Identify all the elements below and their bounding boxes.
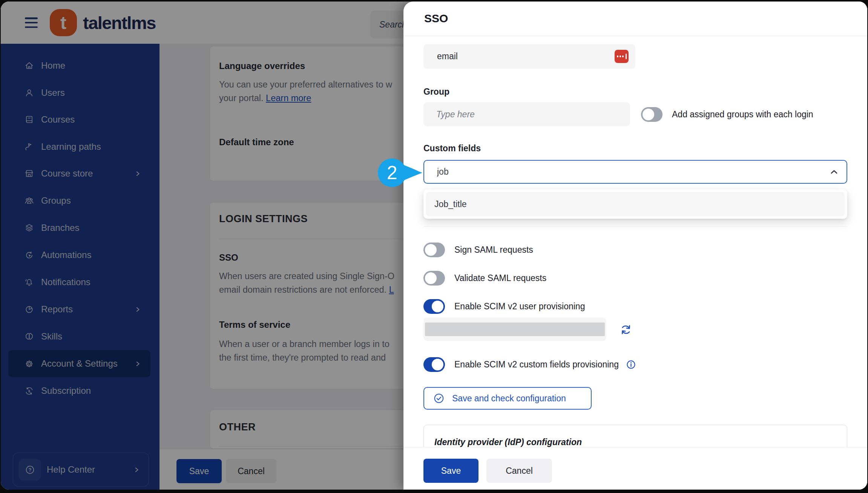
scim-token-field (423, 318, 606, 341)
scim-token-redacted-value (425, 323, 605, 336)
button-label: Save and check configuration (452, 393, 566, 404)
divider (403, 36, 867, 36)
info-icon[interactable] (626, 359, 636, 370)
scim-user-provisioning-toggle[interactable] (423, 299, 445, 314)
add-groups-toggle[interactable] (641, 107, 663, 122)
toggle-label: Add assigned groups with each login (672, 109, 813, 120)
group-input[interactable] (423, 102, 630, 126)
panel-title: SSO (424, 12, 448, 25)
dropdown-option-job-title[interactable]: Job_title (426, 192, 845, 216)
refresh-token-icon[interactable] (619, 323, 633, 336)
panel-cancel-button[interactable]: Cancel (486, 459, 552, 483)
chevron-up-icon[interactable] (829, 167, 839, 177)
toggle-label: Sign SAML requests (454, 245, 533, 255)
toggle-label: Validate SAML requests (454, 273, 546, 283)
scim-custom-fields-toggle[interactable] (423, 357, 445, 372)
password-manager-icon[interactable] (615, 50, 629, 63)
custom-fields-dropdown: Job_title (423, 189, 847, 219)
sign-saml-toggle[interactable] (423, 243, 445, 257)
custom-fields-combobox (423, 160, 847, 184)
email-attribute-field[interactable]: email (423, 44, 635, 69)
toggle-row: Enable SCIM v2 custom fields provisionin… (423, 357, 636, 372)
email-field-value: email (437, 51, 458, 61)
app-window: t talentlms Search Home Users Courses (1, 2, 867, 490)
panel-footer: Save Cancel (403, 447, 867, 490)
sso-panel: SSO email Group Add assigned groups with… (403, 2, 867, 490)
validate-saml-toggle[interactable] (423, 271, 445, 286)
toggle-row: Enable SCIM v2 user provisioning (423, 299, 585, 314)
group-label: Group (423, 87, 449, 97)
custom-fields-label: Custom fields (423, 143, 481, 154)
toggle-row: Sign SAML requests (423, 243, 533, 257)
panel-save-button[interactable]: Save (423, 459, 478, 483)
annotation-number: 2 (387, 162, 397, 183)
group-toggle-row: Add assigned groups with each login (641, 107, 813, 122)
toggle-label: Enable SCIM v2 custom fields provisionin… (454, 359, 619, 370)
toggle-label: Enable SCIM v2 user provisioning (454, 301, 585, 312)
custom-fields-input[interactable] (423, 160, 847, 184)
annotation-step-balloon: 2 (376, 155, 433, 190)
save-and-check-button[interactable]: Save and check configuration (423, 387, 592, 410)
check-circle-icon (433, 393, 445, 404)
idp-heading: Identity provider (IdP) configuration (434, 437, 582, 447)
divider (423, 226, 847, 227)
toggle-row: Validate SAML requests (423, 271, 546, 286)
